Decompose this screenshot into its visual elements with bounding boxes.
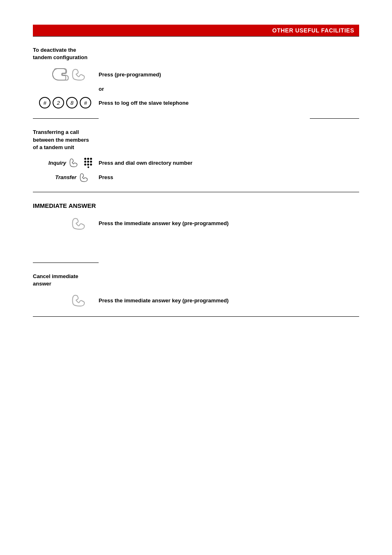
cancel-row1-text: Press the immediate answer key (pre-prog…: [99, 297, 228, 304]
dot-7: [84, 164, 86, 166]
header-title: OTHER USEFUL FACILITIES: [272, 27, 354, 34]
cancel-separator-row: [33, 263, 359, 263]
cancel-spacer: [33, 263, 359, 263]
dot-3: [90, 158, 92, 160]
transfer-icon-col: Transfer: [33, 173, 99, 182]
inquiry-handset-icon: [69, 158, 82, 167]
top-divider: [33, 36, 359, 37]
immediate-answer-section: IMMEDIATE ANSWER Press the immediate ans…: [33, 202, 359, 230]
transfer-row2: Transfer Press: [33, 173, 359, 182]
immediate-answer-header: IMMEDIATE ANSWER: [33, 202, 359, 209]
transfer-handset-icon: [79, 173, 92, 182]
transfer-title: Transferring a callbetween the membersof…: [33, 129, 99, 151]
dot-8: [87, 164, 89, 166]
dot-center: [88, 166, 89, 168]
bottom-divider: [33, 316, 359, 317]
deactivate-title: To deactivate thetandem configuration: [33, 46, 99, 61]
dot-5: [87, 161, 89, 163]
deactivate-row2: # 2 8 # Press to log off the slave telep…: [33, 97, 359, 108]
transfer-section: Transferring a callbetween the membersof…: [33, 129, 359, 182]
deactivate-row1-text: Press (pre-programmed): [99, 71, 161, 78]
dot-6: [90, 161, 92, 163]
cancel-divider-short: [33, 263, 99, 263]
transfer-row1-text: Press and dial own directory number: [99, 160, 192, 166]
transfer-row2-text: Press: [99, 174, 113, 180]
imm-handset-icon: [71, 217, 92, 230]
dot-1: [84, 158, 86, 160]
dots-grid-icon: [84, 158, 92, 168]
deactivate-section: To deactivate thetandem configuration: [33, 46, 359, 108]
transfer-area: Transfer: [55, 173, 92, 182]
inquiry-label: Inquiry: [48, 160, 66, 166]
handset-icon-1: [50, 68, 71, 81]
dot-4: [84, 161, 86, 163]
key-hash2: #: [80, 97, 91, 108]
deactivate-row2-text: Press to log off the slave telephone: [99, 100, 189, 106]
dot-bottom: [88, 166, 89, 168]
key-8: 8: [66, 97, 78, 108]
imm-answer-row1: Press the immediate answer key (pre-prog…: [33, 217, 359, 230]
transfer-label: Transfer: [55, 174, 76, 180]
cancel-row1: Press the immediate answer key (pre-prog…: [33, 294, 359, 306]
key-2: 2: [53, 97, 64, 108]
imm-answer-row1-text: Press the immediate answer key (pre-prog…: [99, 220, 228, 226]
page: OTHER USEFUL FACILITIES To deactivate th…: [0, 0, 392, 555]
dot-2: [87, 158, 89, 160]
cancel-handset-col: [33, 294, 99, 306]
separator-row: [33, 118, 359, 119]
circle-keys: # 2 8 #: [39, 97, 92, 108]
handset-icon-svg-1: [71, 68, 92, 81]
cancel-title: Cancel immediateanswer: [33, 273, 99, 288]
cancel-handset-icon: [71, 294, 92, 306]
imm-top-divider: [33, 192, 359, 192]
or-text: or: [99, 86, 359, 92]
divider-short-right: [310, 118, 359, 119]
transfer-row1: Inquiry: [33, 158, 359, 168]
key-hash1: #: [39, 97, 51, 108]
deactivate-row1: Press (pre-programmed): [33, 68, 359, 81]
section-header: OTHER USEFUL FACILITIES: [33, 25, 359, 36]
inquiry-area: Inquiry: [48, 158, 92, 168]
handset-icon-col-1: [33, 68, 99, 81]
dots-3x3: [84, 158, 92, 166]
imm-handset-col: [33, 217, 99, 230]
dot-9: [90, 164, 92, 166]
inquiry-icon-col: Inquiry: [33, 158, 99, 168]
circle-keys-col: # 2 8 #: [33, 97, 99, 108]
cancel-section: Cancel immediateanswer Press the immedia…: [33, 273, 359, 306]
divider-short-left: [33, 118, 99, 119]
